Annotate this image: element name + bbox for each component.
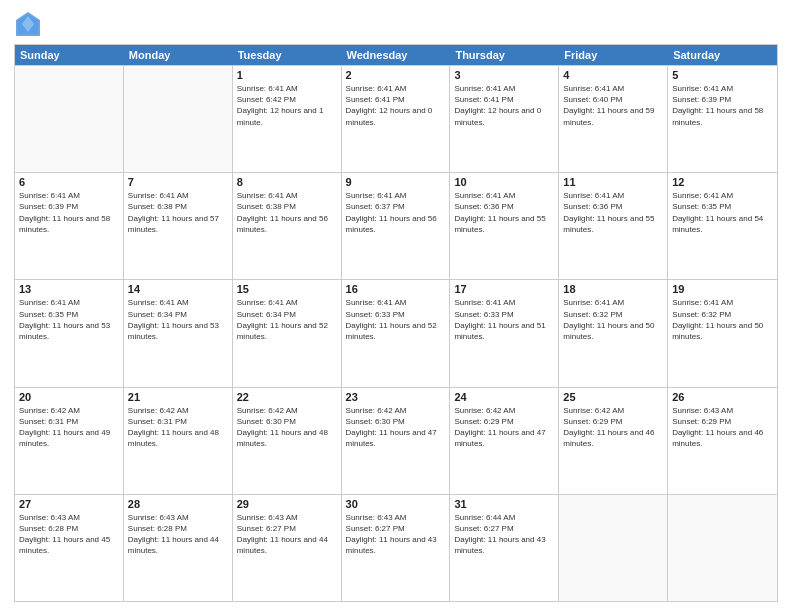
- day-info: Sunrise: 6:41 AMSunset: 6:36 PMDaylight:…: [454, 190, 554, 235]
- day-number: 15: [237, 283, 337, 295]
- day-number: 22: [237, 391, 337, 403]
- day-info: Sunrise: 6:41 AMSunset: 6:35 PMDaylight:…: [672, 190, 773, 235]
- day-info: Sunrise: 6:41 AMSunset: 6:34 PMDaylight:…: [128, 297, 228, 342]
- day-number: 31: [454, 498, 554, 510]
- calendar-cell: 19Sunrise: 6:41 AMSunset: 6:32 PMDayligh…: [668, 280, 777, 386]
- day-info: Sunrise: 6:41 AMSunset: 6:33 PMDaylight:…: [454, 297, 554, 342]
- day-info: Sunrise: 6:42 AMSunset: 6:31 PMDaylight:…: [19, 405, 119, 450]
- day-number: 2: [346, 69, 446, 81]
- calendar-cell: 13Sunrise: 6:41 AMSunset: 6:35 PMDayligh…: [15, 280, 124, 386]
- day-info: Sunrise: 6:41 AMSunset: 6:42 PMDaylight:…: [237, 83, 337, 128]
- calendar-cell: 22Sunrise: 6:42 AMSunset: 6:30 PMDayligh…: [233, 388, 342, 494]
- calendar-cell: [124, 66, 233, 172]
- day-number: 19: [672, 283, 773, 295]
- day-number: 24: [454, 391, 554, 403]
- day-number: 27: [19, 498, 119, 510]
- day-info: Sunrise: 6:42 AMSunset: 6:29 PMDaylight:…: [563, 405, 663, 450]
- day-info: Sunrise: 6:42 AMSunset: 6:29 PMDaylight:…: [454, 405, 554, 450]
- day-number: 17: [454, 283, 554, 295]
- day-info: Sunrise: 6:41 AMSunset: 6:35 PMDaylight:…: [19, 297, 119, 342]
- day-info: Sunrise: 6:41 AMSunset: 6:37 PMDaylight:…: [346, 190, 446, 235]
- day-info: Sunrise: 6:43 AMSunset: 6:27 PMDaylight:…: [346, 512, 446, 557]
- day-number: 1: [237, 69, 337, 81]
- day-number: 13: [19, 283, 119, 295]
- day-number: 30: [346, 498, 446, 510]
- day-number: 21: [128, 391, 228, 403]
- day-info: Sunrise: 6:43 AMSunset: 6:29 PMDaylight:…: [672, 405, 773, 450]
- calendar-cell: 5Sunrise: 6:41 AMSunset: 6:39 PMDaylight…: [668, 66, 777, 172]
- header-day-wednesday: Wednesday: [342, 45, 451, 65]
- day-info: Sunrise: 6:43 AMSunset: 6:28 PMDaylight:…: [19, 512, 119, 557]
- day-info: Sunrise: 6:43 AMSunset: 6:27 PMDaylight:…: [237, 512, 337, 557]
- calendar-row-2: 6Sunrise: 6:41 AMSunset: 6:39 PMDaylight…: [15, 172, 777, 279]
- calendar-cell: 25Sunrise: 6:42 AMSunset: 6:29 PMDayligh…: [559, 388, 668, 494]
- header: [14, 10, 778, 38]
- day-number: 10: [454, 176, 554, 188]
- calendar-row-4: 20Sunrise: 6:42 AMSunset: 6:31 PMDayligh…: [15, 387, 777, 494]
- day-number: 23: [346, 391, 446, 403]
- calendar-cell: 2Sunrise: 6:41 AMSunset: 6:41 PMDaylight…: [342, 66, 451, 172]
- day-info: Sunrise: 6:41 AMSunset: 6:39 PMDaylight:…: [19, 190, 119, 235]
- day-info: Sunrise: 6:42 AMSunset: 6:30 PMDaylight:…: [346, 405, 446, 450]
- day-info: Sunrise: 6:41 AMSunset: 6:32 PMDaylight:…: [672, 297, 773, 342]
- calendar-cell: 30Sunrise: 6:43 AMSunset: 6:27 PMDayligh…: [342, 495, 451, 601]
- calendar-cell: 20Sunrise: 6:42 AMSunset: 6:31 PMDayligh…: [15, 388, 124, 494]
- day-number: 28: [128, 498, 228, 510]
- day-number: 20: [19, 391, 119, 403]
- calendar-row-5: 27Sunrise: 6:43 AMSunset: 6:28 PMDayligh…: [15, 494, 777, 601]
- calendar-cell: 6Sunrise: 6:41 AMSunset: 6:39 PMDaylight…: [15, 173, 124, 279]
- header-day-monday: Monday: [124, 45, 233, 65]
- day-number: 26: [672, 391, 773, 403]
- day-number: 6: [19, 176, 119, 188]
- calendar-cell: 3Sunrise: 6:41 AMSunset: 6:41 PMDaylight…: [450, 66, 559, 172]
- day-info: Sunrise: 6:41 AMSunset: 6:40 PMDaylight:…: [563, 83, 663, 128]
- header-day-sunday: Sunday: [15, 45, 124, 65]
- calendar-cell: 24Sunrise: 6:42 AMSunset: 6:29 PMDayligh…: [450, 388, 559, 494]
- day-number: 3: [454, 69, 554, 81]
- day-number: 18: [563, 283, 663, 295]
- logo: [14, 10, 46, 38]
- calendar-cell: 29Sunrise: 6:43 AMSunset: 6:27 PMDayligh…: [233, 495, 342, 601]
- calendar-cell: 23Sunrise: 6:42 AMSunset: 6:30 PMDayligh…: [342, 388, 451, 494]
- calendar-cell: 9Sunrise: 6:41 AMSunset: 6:37 PMDaylight…: [342, 173, 451, 279]
- day-number: 5: [672, 69, 773, 81]
- calendar-cell: 17Sunrise: 6:41 AMSunset: 6:33 PMDayligh…: [450, 280, 559, 386]
- day-info: Sunrise: 6:41 AMSunset: 6:34 PMDaylight:…: [237, 297, 337, 342]
- day-info: Sunrise: 6:44 AMSunset: 6:27 PMDaylight:…: [454, 512, 554, 557]
- day-info: Sunrise: 6:41 AMSunset: 6:38 PMDaylight:…: [128, 190, 228, 235]
- calendar-cell: [559, 495, 668, 601]
- day-info: Sunrise: 6:41 AMSunset: 6:36 PMDaylight:…: [563, 190, 663, 235]
- calendar-cell: 11Sunrise: 6:41 AMSunset: 6:36 PMDayligh…: [559, 173, 668, 279]
- calendar-cell: 10Sunrise: 6:41 AMSunset: 6:36 PMDayligh…: [450, 173, 559, 279]
- calendar-row-1: 1Sunrise: 6:41 AMSunset: 6:42 PMDaylight…: [15, 65, 777, 172]
- calendar-cell: 18Sunrise: 6:41 AMSunset: 6:32 PMDayligh…: [559, 280, 668, 386]
- calendar-cell: 7Sunrise: 6:41 AMSunset: 6:38 PMDaylight…: [124, 173, 233, 279]
- calendar-cell: 21Sunrise: 6:42 AMSunset: 6:31 PMDayligh…: [124, 388, 233, 494]
- day-number: 8: [237, 176, 337, 188]
- day-info: Sunrise: 6:43 AMSunset: 6:28 PMDaylight:…: [128, 512, 228, 557]
- day-number: 29: [237, 498, 337, 510]
- calendar-cell: 14Sunrise: 6:41 AMSunset: 6:34 PMDayligh…: [124, 280, 233, 386]
- calendar-cell: 31Sunrise: 6:44 AMSunset: 6:27 PMDayligh…: [450, 495, 559, 601]
- day-info: Sunrise: 6:41 AMSunset: 6:41 PMDaylight:…: [346, 83, 446, 128]
- day-number: 7: [128, 176, 228, 188]
- day-number: 9: [346, 176, 446, 188]
- day-number: 25: [563, 391, 663, 403]
- header-day-tuesday: Tuesday: [233, 45, 342, 65]
- day-info: Sunrise: 6:41 AMSunset: 6:39 PMDaylight:…: [672, 83, 773, 128]
- calendar-cell: 28Sunrise: 6:43 AMSunset: 6:28 PMDayligh…: [124, 495, 233, 601]
- calendar-row-3: 13Sunrise: 6:41 AMSunset: 6:35 PMDayligh…: [15, 279, 777, 386]
- day-info: Sunrise: 6:42 AMSunset: 6:31 PMDaylight:…: [128, 405, 228, 450]
- day-number: 12: [672, 176, 773, 188]
- calendar-cell: 8Sunrise: 6:41 AMSunset: 6:38 PMDaylight…: [233, 173, 342, 279]
- day-info: Sunrise: 6:41 AMSunset: 6:41 PMDaylight:…: [454, 83, 554, 128]
- calendar-cell: 4Sunrise: 6:41 AMSunset: 6:40 PMDaylight…: [559, 66, 668, 172]
- day-number: 11: [563, 176, 663, 188]
- calendar-cell: 27Sunrise: 6:43 AMSunset: 6:28 PMDayligh…: [15, 495, 124, 601]
- calendar: SundayMondayTuesdayWednesdayThursdayFrid…: [14, 44, 778, 602]
- header-day-saturday: Saturday: [668, 45, 777, 65]
- header-day-friday: Friday: [559, 45, 668, 65]
- calendar-body: 1Sunrise: 6:41 AMSunset: 6:42 PMDaylight…: [15, 65, 777, 601]
- calendar-cell: 12Sunrise: 6:41 AMSunset: 6:35 PMDayligh…: [668, 173, 777, 279]
- calendar-cell: 16Sunrise: 6:41 AMSunset: 6:33 PMDayligh…: [342, 280, 451, 386]
